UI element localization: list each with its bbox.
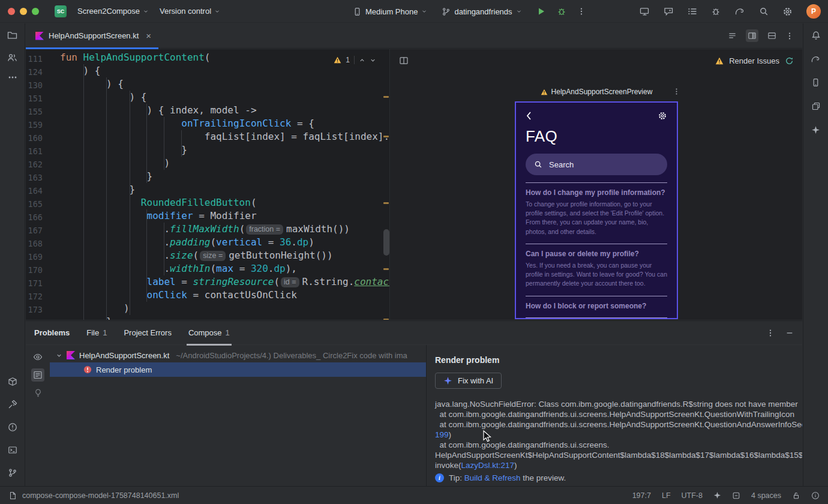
code-line[interactable]: 173 ) bbox=[26, 302, 389, 315]
close-tab-icon[interactable]: × bbox=[146, 31, 151, 40]
build-hammer-icon[interactable] bbox=[8, 400, 17, 409]
faq-settings-gear-icon[interactable] bbox=[658, 111, 667, 121]
line-number[interactable]: 165 bbox=[26, 196, 43, 209]
structure-list-icon[interactable] bbox=[688, 7, 697, 16]
error-stripe-mark[interactable] bbox=[383, 136, 389, 137]
inspection-widget[interactable]: 1 bbox=[330, 54, 380, 66]
run-configuration-selector[interactable]: datingandfriends bbox=[442, 7, 521, 16]
line-number[interactable]: 171 bbox=[26, 275, 43, 289]
device-manager-icon[interactable] bbox=[811, 78, 820, 87]
notifications-bell-icon[interactable] bbox=[811, 31, 821, 40]
window-controls[interactable] bbox=[8, 8, 39, 15]
settings-gear-icon[interactable] bbox=[782, 7, 793, 17]
status-file-name[interactable]: compose-compose-model-1758748140651.xml bbox=[22, 491, 179, 500]
code-line[interactable]: 164 } bbox=[26, 183, 389, 196]
gradle-icon[interactable] bbox=[734, 7, 745, 16]
ai-status-icon[interactable] bbox=[713, 491, 721, 499]
tree-problem-row[interactable]: Render problem bbox=[50, 362, 426, 377]
faq-item[interactable]: How do I change my profile information?T… bbox=[526, 183, 667, 244]
line-separator[interactable]: LF bbox=[662, 491, 671, 500]
project-menu[interactable]: Screen2Compose bbox=[77, 7, 149, 16]
stack-trace-link[interactable]: LazyDsl.kt:217 bbox=[461, 461, 515, 470]
vcs-menu[interactable]: Version control bbox=[160, 7, 220, 16]
line-number[interactable]: 174 bbox=[26, 315, 43, 320]
line-number[interactable]: 164 bbox=[26, 183, 43, 196]
chevron-down-icon[interactable] bbox=[56, 352, 62, 359]
tab-compose[interactable]: Compose 1 bbox=[188, 321, 230, 345]
line-number[interactable]: 169 bbox=[26, 249, 43, 262]
back-chevron-icon[interactable] bbox=[526, 111, 532, 121]
editor-list-icon[interactable] bbox=[728, 31, 737, 40]
code-line[interactable]: 168 .padding(vertical = 36.dp) bbox=[26, 236, 389, 249]
info-circle-icon[interactable] bbox=[811, 491, 820, 500]
device-mirroring-icon[interactable] bbox=[640, 7, 650, 16]
close-window-button[interactable] bbox=[8, 8, 15, 15]
line-number[interactable]: 173 bbox=[26, 302, 43, 315]
gradle-tool-icon[interactable] bbox=[811, 55, 821, 64]
line-number[interactable]: 111 bbox=[26, 51, 43, 64]
running-devices-icon[interactable] bbox=[811, 101, 821, 111]
code-line[interactable]: 174 } bbox=[26, 315, 389, 320]
line-number[interactable]: 159 bbox=[26, 117, 43, 130]
line-number[interactable]: 124 bbox=[26, 64, 43, 77]
tab-file[interactable]: File 1 bbox=[86, 321, 107, 345]
minimize-window-button[interactable] bbox=[20, 8, 27, 15]
line-number[interactable]: 160 bbox=[26, 130, 43, 143]
line-number[interactable]: 166 bbox=[26, 209, 43, 223]
minimize-panel-icon[interactable] bbox=[785, 329, 794, 337]
split-right-icon[interactable] bbox=[746, 29, 758, 42]
run-button[interactable] bbox=[536, 7, 546, 16]
faq-search-bar[interactable]: Search bbox=[526, 154, 667, 175]
faq-item[interactable]: Why did my match disappear? bbox=[526, 318, 667, 319]
fix-with-ai-button[interactable]: Fix with AI bbox=[435, 373, 502, 389]
sync-status-icon[interactable] bbox=[732, 491, 740, 500]
editor-scrollbar[interactable] bbox=[383, 229, 389, 256]
package-icon[interactable] bbox=[8, 377, 17, 386]
split-view-icon[interactable] bbox=[399, 56, 409, 65]
stack-trace-link[interactable]: 199 bbox=[435, 430, 449, 439]
line-number[interactable]: 170 bbox=[26, 262, 43, 275]
line-number[interactable]: 172 bbox=[26, 289, 43, 302]
tab-project-errors[interactable]: Project Errors bbox=[124, 321, 171, 345]
profiler-bug-icon[interactable] bbox=[711, 7, 721, 16]
error-stripe-mark[interactable] bbox=[383, 268, 389, 270]
error-stripe-mark[interactable] bbox=[383, 96, 389, 98]
line-number[interactable]: 155 bbox=[26, 104, 43, 117]
build-refresh-link[interactable]: Build & Refresh bbox=[464, 473, 521, 482]
code-line[interactable]: 160 faqList[index] = faqList[index].copy… bbox=[26, 130, 389, 143]
line-number[interactable]: 161 bbox=[26, 143, 43, 157]
line-number[interactable]: 168 bbox=[26, 236, 43, 249]
device-selector[interactable]: Medium Phone bbox=[353, 7, 427, 16]
faq-item[interactable]: How do I block or report someone? bbox=[526, 296, 667, 318]
quick-fix-bulb-icon[interactable] bbox=[34, 388, 43, 398]
render-issues-label[interactable]: Render Issues bbox=[729, 56, 779, 65]
more-actions-icon[interactable] bbox=[577, 7, 586, 16]
code-line[interactable]: 161 } bbox=[26, 143, 389, 157]
line-number[interactable]: 151 bbox=[26, 91, 43, 104]
error-stripe-mark[interactable] bbox=[383, 319, 389, 320]
code-line[interactable]: 170 .widthIn(max = 320.dp), bbox=[26, 262, 389, 275]
zoom-window-button[interactable] bbox=[32, 8, 39, 15]
line-number[interactable]: 162 bbox=[26, 157, 43, 170]
code-line[interactable]: 167 .fillMaxWidth(fraction =maxWidth()) bbox=[26, 223, 389, 236]
editor-more-icon[interactable] bbox=[785, 32, 794, 40]
code-line[interactable]: 169 .size(size =getButtonHeight()) bbox=[26, 249, 389, 262]
code-line[interactable]: 171 label = stringResource(id =R.string.… bbox=[26, 275, 389, 289]
version-control-icon[interactable] bbox=[8, 468, 17, 478]
faq-item[interactable]: Can I pause or delete my profile?Yes. If… bbox=[526, 244, 667, 296]
code-line[interactable]: 159 onTrailingIconClick = { bbox=[26, 117, 389, 130]
code-line[interactable]: 130 ) { bbox=[26, 77, 389, 91]
error-stripe-mark[interactable] bbox=[383, 202, 389, 204]
details-view-icon[interactable] bbox=[31, 368, 44, 382]
preview-more-icon[interactable] bbox=[673, 88, 680, 95]
code-line[interactable]: 155 ) { index, model -> bbox=[26, 104, 389, 117]
code-line[interactable]: 166 modifier = Modifier bbox=[26, 209, 389, 223]
code-line[interactable]: 172 onClick = contactUsOnClick bbox=[26, 289, 389, 302]
indent-widget[interactable]: 4 spaces bbox=[751, 491, 781, 500]
panel-more-icon[interactable] bbox=[766, 329, 775, 337]
prev-problem-icon[interactable] bbox=[359, 57, 365, 64]
debug-button[interactable] bbox=[557, 7, 566, 16]
unlock-icon[interactable] bbox=[792, 491, 800, 500]
line-number[interactable]: 130 bbox=[26, 77, 43, 91]
terminal-icon[interactable] bbox=[8, 445, 17, 455]
